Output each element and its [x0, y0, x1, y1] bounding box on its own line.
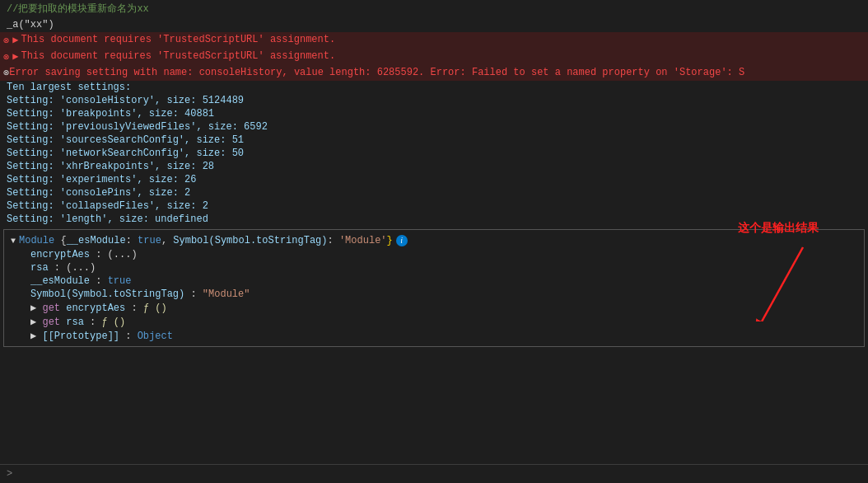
- module-brace-open: {: [54, 235, 66, 246]
- prototype-colon: :: [125, 331, 137, 342]
- setting-5: Setting: 'xhrBreakpoints', size: 28: [0, 160, 868, 173]
- module-prop-esmodule-key: __esModule: [67, 235, 126, 246]
- setting-8: Setting: 'collapsedFiles', size: 2: [0, 199, 868, 213]
- error-row-1: ⊗ ▶ This document requires 'TrustedScrip…: [0, 32, 868, 49]
- setting-2: Setting: 'previouslyViewedFiles', size: …: [0, 120, 868, 134]
- annotation-label: 这个是输出结果: [738, 221, 819, 236]
- prop-value-symbolTag-str: "Module": [203, 288, 250, 300]
- error-text-2: This document requires 'TrustedScriptURL…: [21, 50, 335, 62]
- prototype-label: [[Prototype]]: [42, 331, 119, 342]
- prototype-arrow: ▶: [30, 331, 42, 342]
- getter-func-1: ƒ (): [143, 302, 167, 314]
- getter-colon-2: :: [90, 317, 101, 328]
- prop-name-symbolTag: Symbol(Symbol.toStringTag): [30, 288, 184, 300]
- module-keyword: Module: [19, 235, 54, 246]
- module-comma1: ,: [161, 235, 173, 246]
- getter-func-2: ƒ (): [101, 317, 125, 328]
- module-getter-encryptaes[interactable]: ▶ get encryptAes : ƒ (): [11, 301, 857, 315]
- getter-colon-1: :: [131, 302, 142, 314]
- prop-name-esmodule: __esModule: [30, 275, 90, 287]
- console-input[interactable]: [16, 468, 861, 480]
- setting-1: Setting: 'breakpoints', size: 40881: [0, 107, 868, 120]
- getter-arrow-1: ▶: [30, 302, 42, 314]
- module-symbol-key: Symbol(Symbol.toStringTag): [173, 235, 327, 246]
- module-prototype[interactable]: ▶ [[Prototype]] : Object: [11, 329, 857, 343]
- setting-3: Setting: 'sourcesSearchConfig', size: 51: [0, 134, 868, 147]
- setting-4: Setting: 'networkSearchConfig', size: 50: [0, 147, 868, 160]
- getter-name-2: rsa: [66, 317, 84, 328]
- setting-7: Setting: 'consolePins', size: 2: [0, 186, 868, 199]
- module-prop-esmodule-val: true: [138, 235, 161, 246]
- error-icon-2: ⊗: [3, 51, 9, 63]
- module-expand-arrow[interactable]: ▼: [11, 237, 16, 246]
- getter-arrow-2: ▶: [30, 317, 42, 328]
- expand-arrow-2[interactable]: ▶: [12, 50, 18, 63]
- module-symbol-val: 'Module': [339, 235, 387, 246]
- prop-colon-symbolTag: :: [190, 288, 202, 300]
- console-panel: //把要扣取的模块重新命名为xx _a("xx") ⊗ ▶ This docum…: [0, 0, 868, 483]
- error-icon-3: ⊗: [3, 67, 9, 79]
- svg-line-1: [762, 247, 803, 321]
- getter-keyword-2: get: [42, 317, 66, 328]
- annotation-arrow-svg: [745, 239, 811, 321]
- setting-0: Setting: 'consoleHistory', size: 5124489: [0, 94, 868, 107]
- module-getter-rsa[interactable]: ▶ get rsa : ƒ (): [11, 315, 857, 329]
- getter-name-1: encryptAes: [66, 302, 125, 314]
- module-colon2: :: [328, 235, 339, 246]
- setting-6: Setting: 'experiments', size: 26: [0, 173, 868, 186]
- error-row-2: ⊗ ▶ This document requires 'TrustedScrip…: [0, 49, 868, 65]
- getter-keyword-1: get: [42, 302, 66, 314]
- error-long-row: ⊗ Error saving setting with name: consol…: [0, 65, 868, 81]
- prop-value-encryptaes: : (...): [96, 249, 137, 260]
- prop-colon-esmodule: :: [96, 275, 107, 287]
- prototype-value: Object: [138, 331, 173, 342]
- info-header: Ten largest settings:: [0, 81, 868, 94]
- prop-value-rsa: : (...): [54, 262, 96, 274]
- module-prop-encryptaes: encryptAes : (...): [11, 248, 857, 261]
- prop-name-rsa: rsa: [30, 262, 49, 274]
- prop-value-esmodule-bool: true: [108, 275, 132, 287]
- code-comment-1: //把要扣取的模块重新命名为xx: [0, 0, 868, 17]
- module-container-outer: 这个是输出结果 ▼ Module { __esModule: [0, 229, 868, 347]
- info-icon[interactable]: i: [396, 235, 408, 246]
- module-prop-rsa: rsa : (...): [11, 261, 857, 274]
- error-text-1: This document requires 'TrustedScriptURL…: [21, 34, 335, 45]
- console-prompt: >: [0, 464, 868, 483]
- error-long-text: Error saving setting with name: consoleH…: [9, 67, 744, 78]
- module-header[interactable]: ▼ Module { __esModule : true , Symbol(Sy…: [11, 233, 857, 248]
- module-prop-symbolTag: Symbol(Symbol.toStringTag) : "Module": [11, 288, 857, 301]
- console-output: //把要扣取的模块重新命名为xx _a("xx") ⊗ ▶ This docum…: [0, 0, 868, 464]
- module-section: ▼ Module { __esModule : true , Symbol(Sy…: [3, 229, 865, 347]
- module-brace-close: }: [387, 235, 393, 246]
- annotation-group: 这个是输出结果: [738, 221, 819, 321]
- code-line-1: _a("xx"): [0, 17, 868, 32]
- expand-arrow-1[interactable]: ▶: [12, 34, 18, 46]
- error-icon-1: ⊗: [3, 35, 9, 47]
- prop-name-encryptaes: encryptAes: [30, 249, 90, 260]
- module-prop-esmodule: __esModule : true: [11, 274, 857, 288]
- module-colon1: :: [126, 235, 138, 246]
- prompt-symbol: >: [7, 468, 12, 480]
